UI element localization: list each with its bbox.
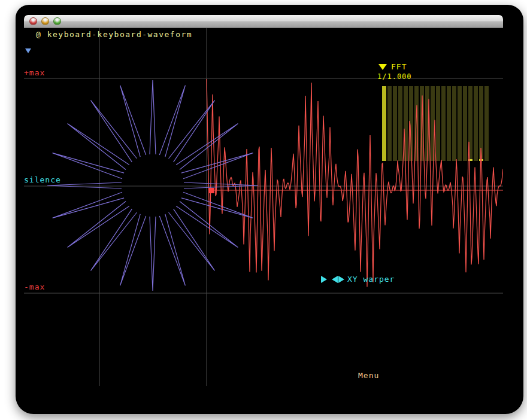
scope-canvas[interactable] <box>24 28 503 404</box>
title-bar[interactable] <box>24 15 503 28</box>
patch-title: @ keyboard-keyboard-waveform <box>36 31 192 39</box>
fft-ratio-value: 1/1.000 <box>377 72 412 81</box>
fft-bar[interactable] <box>393 86 397 161</box>
fft-bar[interactable] <box>463 86 467 161</box>
minimize-button[interactable] <box>41 17 49 25</box>
play-icon[interactable] <box>321 276 327 283</box>
starburst-waveshape[interactable] <box>47 80 258 291</box>
menu-button[interactable]: Menu <box>358 372 379 380</box>
fft-bar[interactable] <box>441 86 446 161</box>
arrow-left-icon[interactable] <box>332 276 338 283</box>
fft-bar[interactable] <box>474 86 478 161</box>
fft-bar[interactable] <box>447 86 451 161</box>
editor-surface[interactable]: @ keyboard-keyboard-waveform +max silenc… <box>24 28 503 404</box>
fft-bar[interactable] <box>404 86 408 161</box>
fft-bar[interactable] <box>436 86 440 161</box>
fft-section-toggle[interactable]: FFT <box>378 62 407 71</box>
fft-bar[interactable] <box>452 86 456 161</box>
drag-handle[interactable] <box>209 188 214 193</box>
traffic-lights <box>29 17 61 25</box>
fft-bar[interactable] <box>398 86 402 161</box>
silence-label: silence <box>24 176 61 184</box>
fft-bar[interactable] <box>484 86 489 161</box>
close-button[interactable] <box>29 17 37 25</box>
app-window: @ keyboard-keyboard-waveform +max silenc… <box>16 5 523 414</box>
xy-warper-label: XY warper <box>347 275 395 284</box>
fft-bar[interactable] <box>387 86 392 161</box>
chevron-down-icon[interactable] <box>25 48 31 53</box>
arrow-right-icon[interactable] <box>338 276 344 283</box>
zoom-button[interactable] <box>53 17 61 25</box>
plus-max-label: +max <box>24 69 45 77</box>
chevron-down-icon <box>378 64 387 70</box>
fft-bar[interactable] <box>458 86 462 161</box>
minus-max-label: -max <box>24 283 45 291</box>
xy-warper-control: XY warper <box>321 275 395 284</box>
fft-label: FFT <box>391 62 407 71</box>
fft-bar[interactable] <box>382 86 386 161</box>
